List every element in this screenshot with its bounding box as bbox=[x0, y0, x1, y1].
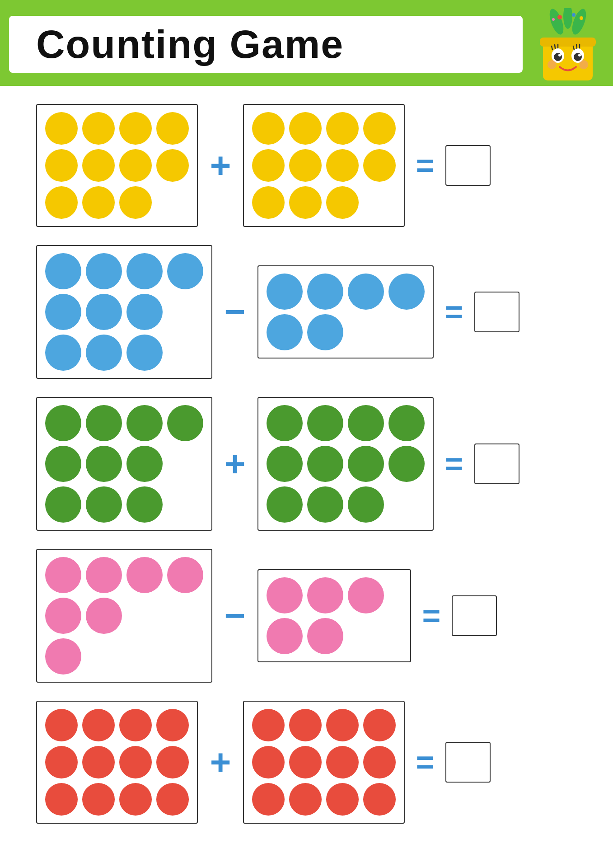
svg-point-1 bbox=[563, 8, 572, 29]
equation-row-5: + = bbox=[36, 701, 577, 824]
dot-row bbox=[45, 149, 189, 182]
answer-box-2[interactable] bbox=[474, 292, 519, 332]
svg-point-2 bbox=[569, 8, 589, 36]
dot bbox=[307, 446, 343, 482]
equals-2: = bbox=[443, 296, 465, 328]
dot bbox=[126, 557, 163, 593]
equals-1: = bbox=[414, 150, 436, 181]
dot-row bbox=[252, 112, 396, 145]
dot-row bbox=[45, 186, 189, 219]
equation-row-3: + = bbox=[36, 397, 577, 531]
dot bbox=[126, 335, 163, 371]
dot-row bbox=[267, 405, 425, 441]
dot-row bbox=[45, 446, 203, 482]
equals-4: = bbox=[420, 600, 443, 632]
dot bbox=[45, 783, 78, 816]
dot bbox=[348, 405, 384, 441]
dot bbox=[45, 486, 81, 523]
dot bbox=[252, 186, 285, 219]
answer-box-1[interactable] bbox=[445, 145, 491, 186]
dot bbox=[82, 149, 115, 182]
operator-3: + bbox=[221, 446, 248, 482]
dot-box-2-left bbox=[36, 245, 212, 379]
dot bbox=[156, 783, 189, 816]
dot bbox=[388, 274, 425, 310]
dot bbox=[252, 783, 285, 816]
answer-box-4[interactable] bbox=[452, 595, 497, 636]
dot bbox=[45, 335, 81, 371]
dot bbox=[267, 405, 303, 441]
dot-box-4-left bbox=[36, 549, 212, 683]
dot bbox=[289, 186, 322, 219]
mascot bbox=[532, 8, 604, 80]
dot bbox=[156, 709, 189, 741]
answer-box-5[interactable] bbox=[445, 742, 491, 783]
dot bbox=[363, 746, 396, 778]
dot bbox=[326, 783, 359, 816]
dot bbox=[363, 709, 396, 741]
equals-3: = bbox=[443, 448, 465, 480]
dot-row bbox=[252, 783, 396, 816]
dot-row bbox=[252, 746, 396, 778]
dot bbox=[45, 149, 78, 182]
operator-5: + bbox=[207, 744, 234, 780]
svg-point-14 bbox=[578, 54, 581, 57]
svg-point-11 bbox=[554, 53, 562, 61]
dot bbox=[289, 112, 322, 145]
dot-row bbox=[45, 783, 189, 816]
dot bbox=[156, 149, 189, 182]
answer-box-3[interactable] bbox=[474, 443, 519, 484]
dot-row bbox=[45, 335, 203, 371]
dot bbox=[86, 253, 122, 289]
dot bbox=[363, 149, 396, 182]
dot-row bbox=[45, 112, 189, 145]
svg-point-3 bbox=[557, 15, 562, 19]
dot-box-5-left bbox=[36, 701, 198, 824]
dot bbox=[167, 405, 203, 441]
dot bbox=[252, 149, 285, 182]
dot bbox=[307, 274, 343, 310]
dot bbox=[156, 112, 189, 145]
dot bbox=[126, 253, 163, 289]
dot bbox=[348, 486, 384, 523]
dot bbox=[326, 709, 359, 741]
dot-row bbox=[45, 405, 203, 441]
dot bbox=[86, 598, 122, 634]
dot bbox=[119, 149, 152, 182]
dot bbox=[252, 709, 285, 741]
dot bbox=[45, 638, 81, 675]
dot bbox=[252, 112, 285, 145]
dot bbox=[326, 746, 359, 778]
svg-point-22 bbox=[579, 60, 588, 69]
dot-row bbox=[45, 709, 189, 741]
dot bbox=[119, 112, 152, 145]
dot bbox=[45, 746, 78, 778]
main-content: + = bbox=[0, 86, 613, 868]
svg-point-0 bbox=[547, 8, 566, 36]
dot bbox=[363, 783, 396, 816]
dot-box-4-right bbox=[257, 569, 411, 662]
dot bbox=[252, 746, 285, 778]
operator-2: − bbox=[221, 294, 248, 330]
dot bbox=[119, 746, 152, 778]
dot bbox=[267, 314, 303, 350]
dot bbox=[167, 253, 203, 289]
dot-row bbox=[45, 486, 203, 523]
svg-line-16 bbox=[555, 45, 555, 48]
dot-row bbox=[252, 149, 396, 182]
svg-point-21 bbox=[547, 60, 557, 69]
dot bbox=[348, 446, 384, 482]
dot bbox=[45, 253, 81, 289]
dot-row bbox=[252, 186, 396, 219]
dot-box-2-right bbox=[257, 265, 434, 359]
dot bbox=[388, 446, 425, 482]
dot bbox=[45, 405, 81, 441]
dot bbox=[86, 557, 122, 593]
svg-point-4 bbox=[572, 13, 576, 17]
dot bbox=[388, 405, 425, 441]
dot bbox=[45, 557, 81, 593]
dot bbox=[307, 314, 343, 350]
dot bbox=[119, 783, 152, 816]
dot bbox=[82, 186, 115, 219]
dot bbox=[363, 112, 396, 145]
